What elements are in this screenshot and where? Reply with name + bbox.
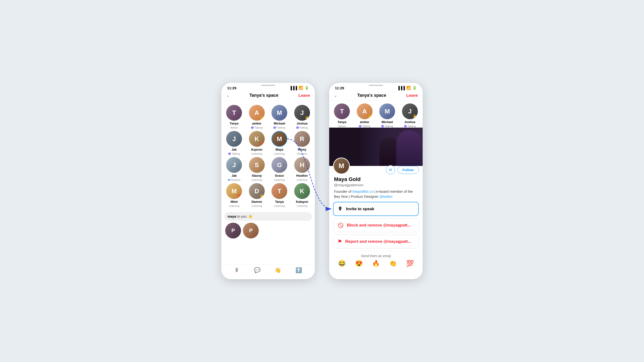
name-jak: Jak [232, 148, 237, 151]
emoji-fire[interactable]: 🔥 [372, 260, 380, 267]
avatar-amber: A✌️ [249, 105, 265, 121]
follow-button[interactable]: Follow [398, 166, 419, 174]
name-katayun: Katayun [296, 200, 308, 204]
right-phone: 11:29 ▐▐▐ 📶 🔋 ⌄ Tanya's space Leave T Ta… [329, 83, 422, 279]
status-remy: Request [297, 152, 307, 155]
emoji-laugh[interactable]: 😂 [338, 260, 346, 267]
profile-header-section: M ✉ Follow [329, 158, 422, 174]
left-leave-button[interactable]: Leave [298, 93, 310, 98]
right-leave-button[interactable]: Leave [406, 93, 418, 98]
report-remove-button[interactable]: ⚑ Report and remove @mayagpatt... [333, 235, 419, 249]
profile-name: Maya Gold [334, 176, 418, 182]
block-remove-button[interactable]: 🚫 Block and remove @mayagpatt... [333, 218, 419, 232]
avatar-remy: R [294, 131, 310, 147]
r-status-amber: Talking [359, 125, 370, 128]
battery-icon: 🔋 [304, 86, 309, 90]
left-time: 11:29 [227, 86, 236, 90]
profile-info: Maya Gold @mayagpatterson Founder of the… [329, 174, 422, 200]
right-participants-grid: T Tanya Admin A✌️ amber Talking M Michae… [329, 101, 422, 128]
name-jak2: Jak [232, 174, 237, 177]
avatar-damon: D👋 [249, 183, 265, 199]
status-jak2: Request [228, 178, 240, 181]
avatar-heather: H [294, 157, 310, 173]
r-participant-tanya: T Tanya Admin [332, 103, 352, 128]
status-grace: Listening [274, 178, 284, 181]
name-heather: Heather [296, 174, 308, 177]
name-maya: Maya [276, 148, 284, 151]
status-katayun: Listening [297, 204, 308, 207]
right-status-icons: ▐▐▐ 📶 🔋 [397, 86, 417, 90]
block-action-icon: 🚫 [338, 222, 344, 228]
right-space-header: ⌄ Tanya's space Leave [329, 91, 422, 101]
mic-action-icon: 🎙 [338, 206, 342, 212]
avatar-michael: M [272, 105, 287, 121]
scene: 11:29 ▐▐▐ 📶 🔋 ⌄ Tanya's space Leave T Ta… [222, 83, 422, 279]
participant-jak2: J Jak Request [224, 157, 244, 181]
invite-to-speak-label: Invite to speak [346, 207, 374, 211]
status-stacey: Listening [252, 178, 262, 181]
status-maya: Listening [274, 152, 284, 155]
left-space-title: Tanya's space [250, 93, 278, 98]
chat-sender: maya [228, 215, 236, 218]
mail-button[interactable]: ✉ [386, 165, 395, 174]
status-michael: Talking [274, 126, 285, 129]
r-status-joshua: Talking [404, 125, 416, 128]
chevron-down-icon-r[interactable]: ⌄ [334, 93, 337, 98]
r-avatar-tanya: T [334, 103, 350, 119]
name-tanya: Tanya [230, 122, 238, 125]
right-status-bar: 11:29 ▐▐▐ 📶 🔋 [329, 83, 422, 91]
avatar-maya[interactable]: M [272, 131, 287, 147]
avatar-extra2: P [243, 223, 259, 238]
emoji-clap[interactable]: 👏 [389, 260, 397, 267]
participant-mimi: M💯 Mimi Listening [224, 183, 244, 207]
participant-katayun: K Katayun Listening [292, 183, 313, 207]
wave-icon[interactable]: 👋 [274, 267, 281, 273]
name-michael: Michael [274, 122, 285, 125]
status-kayvon: Listening [252, 152, 262, 155]
mic-icon[interactable]: 🎙 [234, 267, 240, 273]
name-stacey: Stacey [252, 174, 262, 177]
profile-avatar: M [333, 158, 350, 174]
emoji-100[interactable]: 💯 [406, 260, 414, 267]
avatar-joshua: J👋 [294, 105, 310, 121]
r-name-amber: amber [360, 120, 369, 124]
r-name-michael: Michael [382, 120, 393, 124]
bio-text1: Founder of [334, 189, 352, 193]
r-status-tanya: Admin [338, 125, 346, 128]
emoji-row: 😂 😍 🔥 👏 💯 [334, 260, 418, 267]
r-participant-michael: M Michael Talking [377, 103, 398, 128]
status-tanya: Admin [230, 126, 238, 129]
signal-icon-r: ▐▐▐ [397, 86, 405, 90]
right-space-title: Tanya's space [357, 93, 386, 98]
invite-to-speak-button[interactable]: 🎙 Invite to speak [333, 202, 419, 216]
chat-icon[interactable]: 💬 [254, 267, 260, 273]
action-menu: 🎙 Invite to speak 🚫 Block and remove @ma… [333, 202, 419, 249]
left-participants-grid: T Tanya Admin A✌️ amber Talking M Michae… [222, 101, 315, 211]
chat-bubble: maya to you: 👋 [224, 212, 312, 221]
name-kayvon: Kayvon [251, 148, 262, 151]
emoji-section-label: Send them an emoji [361, 254, 391, 258]
r-status-michael: Talking [382, 125, 393, 128]
participant-maya[interactable]: M Maya Listening [269, 131, 290, 155]
chat-message: to you: 👋 [236, 215, 252, 218]
emoji-heart-eyes[interactable]: 😍 [355, 260, 363, 267]
bio-link2[interactable]: @twitter [380, 194, 393, 198]
report-action-icon: ⚑ [338, 239, 342, 244]
participant-amber: A✌️ amber Talking [246, 105, 268, 129]
status-amber: Talking [251, 126, 262, 129]
name-tanya2: Tanya [275, 200, 284, 204]
profile-actions: ✉ Follow [386, 165, 419, 174]
avatar-mimi: M💯 [226, 183, 242, 199]
share-icon[interactable]: ⬆️ [296, 267, 302, 273]
left-bottom-bar: 🎙 💬 👋 ⬆️ [222, 264, 315, 279]
participant-stacey: S Stacey Listening [246, 157, 268, 181]
participant-michael: M Michael Talking [269, 105, 290, 129]
avatar-stacey: S [249, 157, 265, 173]
name-damon: Damon [252, 200, 262, 204]
battery-icon-r: 🔋 [412, 86, 417, 90]
r-name-tanya: Tanya [338, 120, 346, 124]
participant-tanya2: T Tanya Listening [269, 183, 290, 207]
emoji-section: Send them an emoji 😂 😍 🔥 👏 💯 [329, 251, 422, 270]
chevron-down-icon[interactable]: ⌄ [226, 93, 229, 98]
bio-link1[interactable]: thegoldlist.co [352, 189, 374, 193]
